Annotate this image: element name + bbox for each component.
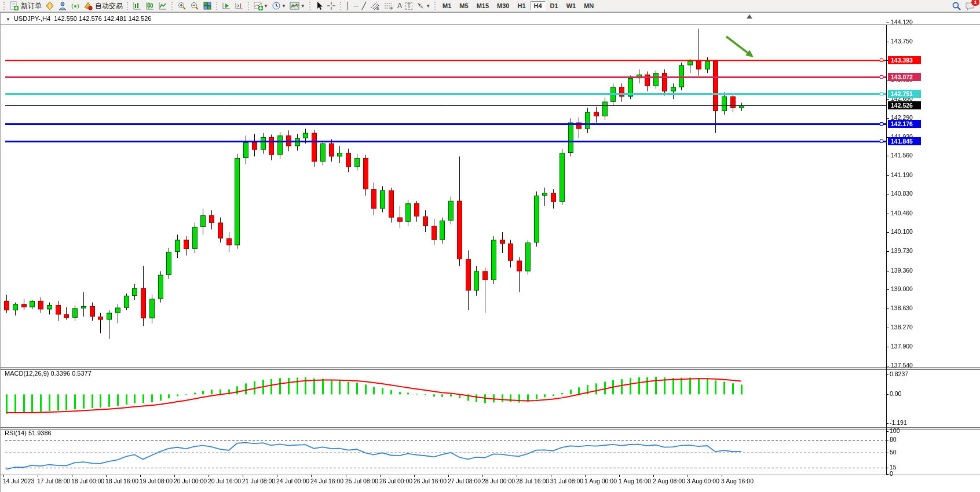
periods-button[interactable]: ▼: [270, 1, 288, 12]
time-axis-label: 3 Aug 16:00: [721, 478, 754, 484]
chart-shift-button[interactable]: [233, 1, 246, 12]
tile-windows-icon: [203, 1, 212, 10]
time-axis-label: 25 Jul 08:00: [345, 478, 378, 484]
zoom-in-button[interactable]: [175, 1, 188, 12]
autoscroll-button[interactable]: [220, 1, 233, 12]
notifications-button[interactable]: 1: [965, 1, 975, 11]
zoom-in-icon: [177, 1, 187, 10]
svg-text:F: F: [390, 6, 393, 10]
rsi-axis-label: 100: [890, 427, 900, 434]
macd-indicator-label: MACD(12,26,9) 0.3396 0.5377: [5, 370, 92, 377]
notification-badge: 1: [971, 0, 979, 6]
price-axis-label: 140.830: [891, 190, 913, 197]
channel-tool[interactable]: E: [368, 1, 382, 12]
candlestick-icon: [145, 1, 155, 10]
fibonacci-tool[interactable]: F: [382, 1, 396, 12]
zoom-out-icon: [190, 1, 199, 10]
toolbar-grip[interactable]: [309, 2, 312, 10]
indicators-button[interactable]: ▼: [252, 1, 270, 12]
time-axis-label: 28 Jul 00:00: [482, 478, 515, 484]
cursor-button[interactable]: [313, 1, 325, 12]
chart-canvas[interactable]: [1, 13, 980, 492]
timeframe-button-MN[interactable]: MN: [580, 1, 597, 10]
timeframe-button-D1[interactable]: D1: [547, 1, 562, 10]
toolbar-grip[interactable]: [3, 2, 6, 10]
vertical-line-tool[interactable]: │: [344, 1, 352, 12]
gold-gem-icon: [45, 1, 54, 10]
rsi-axis-label: 80: [890, 436, 897, 443]
chart-window: ▼USDJPY-,H4 142.550 142.576 142.481 142.…: [0, 12, 980, 492]
mt4-application: { "window": { "collapse_arrow": "▼", "sy…: [0, 0, 980, 492]
chevron-down-icon: ▼: [264, 3, 268, 9]
crosshair-button[interactable]: [325, 1, 338, 12]
style-button[interactable]: [43, 1, 56, 12]
shapes-tool[interactable]: ▼: [414, 1, 432, 12]
timeframe-button-H1[interactable]: H1: [514, 1, 529, 10]
price-axis-label: 137.900: [891, 343, 913, 350]
chart-ohlc-values: 142.550 142.576 142.481 142.526: [54, 15, 151, 22]
timeframe-button-M5[interactable]: M5: [456, 1, 471, 10]
trendline-icon: ╱: [362, 2, 366, 10]
autotrading-button[interactable]: 自动交易: [82, 1, 125, 12]
line-chart-button[interactable]: [156, 1, 169, 12]
autotrading-icon: [83, 1, 93, 10]
new-order-label: 新订单: [21, 1, 42, 11]
clock-icon: [272, 1, 281, 10]
toolbar-grip[interactable]: [215, 2, 218, 10]
time-axis-label: 26 Jul 16:00: [414, 478, 447, 484]
template-chart-icon: [290, 1, 300, 10]
toolbar-grip[interactable]: [247, 2, 250, 10]
price-line-label: 143.393: [888, 56, 921, 64]
macd-axis-label: 0.8237: [890, 370, 908, 377]
price-line-label: 143.072: [888, 73, 921, 81]
channel-icon: E: [370, 1, 380, 10]
chart-symbol-period: USDJPY-,H4: [14, 15, 50, 22]
toolbar-grip[interactable]: [339, 2, 342, 10]
time-axis-label: 19 Jul 08:00: [140, 478, 173, 484]
price-axis-label: 139.000: [891, 285, 913, 292]
price-axis-label: 138.270: [891, 324, 913, 331]
signal-icon: [71, 1, 80, 10]
new-order-button[interactable]: 新订单: [8, 1, 43, 12]
templates-button[interactable]: ▼: [288, 1, 307, 12]
time-axis-label: 1 Aug 16:00: [619, 478, 651, 484]
signal-button[interactable]: [69, 1, 82, 12]
text-tool[interactable]: A: [396, 1, 404, 12]
toolbar-grip[interactable]: [171, 2, 174, 10]
horizontal-line-tool[interactable]: ─: [352, 1, 360, 12]
price-axis-label: 141.190: [891, 171, 913, 178]
candlestick-button[interactable]: [144, 1, 156, 12]
time-axis-label: 14 Jul 2023: [3, 478, 34, 484]
window-collapse-icon[interactable]: ▼: [6, 17, 10, 22]
timeframe-button-M30[interactable]: M30: [493, 1, 513, 10]
price-axis-label: 140.460: [891, 210, 913, 216]
trendline-tool[interactable]: ╱: [360, 1, 368, 12]
cursor-arrow-icon: [315, 1, 323, 10]
timeframe-button-M15[interactable]: M15: [473, 1, 492, 10]
price-axis-label: 141.560: [891, 152, 913, 159]
toolbar-grip[interactable]: [434, 2, 437, 10]
time-axis-label: 17 Jul 08:00: [37, 478, 70, 484]
fibonacci-icon: F: [383, 1, 394, 10]
assistant-button[interactable]: [56, 1, 69, 12]
toolbar-grip[interactable]: [126, 2, 129, 10]
horizontal-line-icon: ─: [353, 2, 359, 10]
autotrading-label: 自动交易: [95, 1, 123, 11]
timeframe-button-W1[interactable]: W1: [563, 1, 580, 10]
chart-shift-icon: [235, 1, 244, 10]
price-line-label: 142.526: [888, 101, 921, 109]
price-line-label: 142.176: [888, 120, 921, 128]
chevron-down-icon: ▼: [301, 3, 305, 9]
chart-shift-marker[interactable]: [747, 14, 752, 19]
line-chart-icon: [158, 1, 167, 10]
timeframe-button-H4[interactable]: H4: [531, 1, 546, 10]
text-label-tool[interactable]: T: [404, 1, 414, 12]
timeframe-button-M1[interactable]: M1: [439, 1, 455, 10]
chart-title: ▼USDJPY-,H4 142.550 142.576 142.481 142.…: [6, 15, 151, 22]
time-axis-label: 24 Jul 16:00: [310, 478, 343, 484]
bar-chart-button[interactable]: [131, 1, 144, 12]
search-icon[interactable]: [952, 1, 961, 11]
tile-windows-button[interactable]: [201, 1, 214, 12]
vertical-line-icon: │: [346, 2, 350, 10]
zoom-out-button[interactable]: [188, 1, 201, 12]
